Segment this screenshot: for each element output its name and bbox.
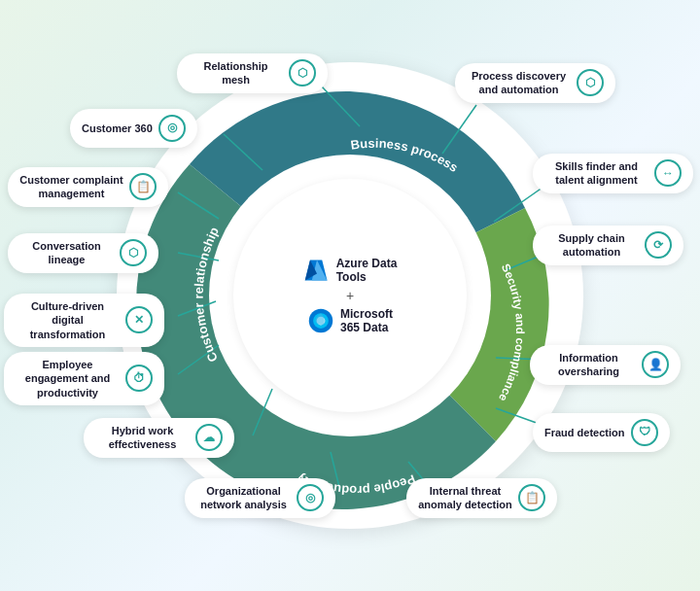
ms365-title-line1: Microsoft	[340, 307, 393, 321]
conversation-lineage-icon: ⬡	[120, 239, 147, 266]
label-org-network: Organizational network analysis ◎	[185, 478, 335, 518]
customer-complaint-icon: 📋	[129, 173, 157, 200]
fraud-detection-text: Fraud detection	[544, 426, 625, 439]
culture-digital-text: Culture-driven digital transformation	[16, 299, 120, 341]
customer-360-icon: ◎	[158, 115, 186, 142]
hybrid-work-icon: ☁	[195, 424, 223, 451]
label-culture-digital: Culture-driven digital transformation ✕	[4, 294, 164, 347]
label-conversation-lineage: Conversation lineage ⬡	[8, 233, 158, 273]
internal-threat-text: Internal threat anomaly detection	[418, 484, 512, 512]
hybrid-work-text: Hybrid work effectiveness	[95, 424, 190, 452]
info-oversharing-icon: 👤	[642, 351, 669, 378]
label-customer-complaint: Customer complaint management 📋	[8, 167, 168, 207]
azure-title-line2: Tools	[336, 270, 398, 284]
org-network-text: Organizational network analysis	[196, 484, 291, 512]
employee-engagement-text: Employee engagement and productivity	[16, 358, 120, 400]
conversation-lineage-text: Conversation lineage	[19, 239, 114, 267]
inner-circle: Azure Data Tools + Microsoft 365 Data	[233, 179, 467, 412]
internal-threat-icon: 📋	[518, 484, 545, 511]
relationship-mesh-icon: ⬡	[289, 59, 316, 87]
label-relationship-mesh: Relationship mesh ⬡	[177, 53, 328, 93]
label-skills-finder: Skills finder and talent alignment ↔	[533, 154, 693, 193]
ms365-logo-group: Microsoft 365 Data	[307, 307, 393, 334]
culture-digital-icon: ✕	[125, 306, 153, 333]
label-info-oversharing: Information oversharing 👤	[530, 345, 681, 385]
supply-chain-text: Supply chain automation	[544, 231, 639, 260]
process-discovery-text: Process discovery and automation	[467, 69, 571, 97]
ms365-title-line2: 365 Data	[340, 321, 393, 334]
label-supply-chain: Supply chain automation ⟳	[533, 226, 683, 265]
label-fraud-detection: Fraud detection 🛡	[533, 413, 670, 452]
label-hybrid-work: Hybrid work effectiveness ☁	[84, 418, 234, 458]
info-oversharing-text: Information oversharing	[542, 351, 636, 379]
label-process-discovery: Process discovery and automation ⬡	[455, 63, 615, 103]
azure-triangle-icon	[303, 257, 331, 284]
customer-360-text: Customer 360	[82, 122, 153, 135]
skills-finder-text: Skills finder and talent alignment	[544, 159, 648, 188]
customer-complaint-text: Customer complaint management	[19, 173, 123, 201]
plus-separator: +	[346, 288, 354, 303]
label-customer-360: Customer 360 ◎	[70, 109, 197, 148]
diagram-container: Customer relationship Business process S…	[0, 0, 700, 591]
supply-chain-icon: ⟳	[645, 231, 672, 259]
org-network-icon: ◎	[297, 484, 324, 511]
azure-title-line1: Azure Data	[336, 257, 398, 270]
relationship-mesh-text: Relationship mesh	[189, 59, 283, 87]
azure-logo: Azure Data Tools	[303, 257, 398, 284]
center-logo: Azure Data Tools + Microsoft 365 Data	[303, 257, 398, 334]
process-discovery-icon: ⬡	[577, 69, 604, 96]
fraud-detection-icon: 🛡	[631, 419, 658, 446]
label-employee-engagement: Employee engagement and productivity ⏱	[4, 352, 164, 405]
employee-engagement-icon: ⏱	[125, 365, 153, 392]
skills-finder-icon: ↔	[654, 159, 682, 187]
ms365-icon	[307, 307, 334, 334]
label-internal-threat: Internal threat anomaly detection 📋	[406, 478, 557, 518]
